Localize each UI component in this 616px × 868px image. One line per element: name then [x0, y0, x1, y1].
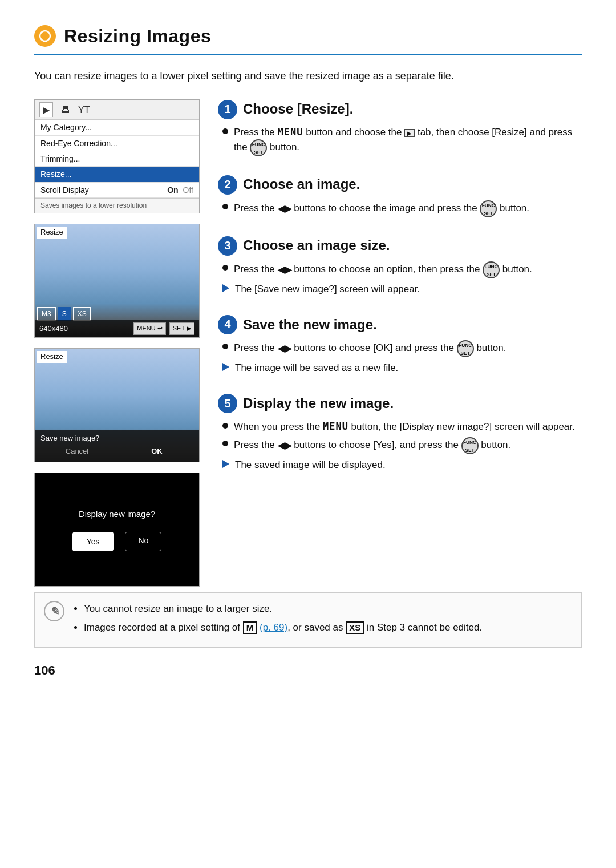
step-2-number: 2 — [218, 175, 237, 195]
menu-item-redeye: Red-Eye Correction... — [35, 136, 199, 151]
note-content: You cannot resize an image to a larger s… — [72, 601, 572, 639]
bullet-dot — [222, 204, 228, 209]
step-5-bullet-2-text: Press the ◀▶ buttons to choose [Yes], an… — [234, 437, 510, 454]
resize-size-value: 640x480 — [39, 324, 68, 334]
step-1-header: 1 Choose [Resize]. — [218, 99, 582, 119]
menu-item-resize: Resize... — [35, 167, 199, 182]
func-set-icon-3: FUNCSET — [483, 261, 500, 278]
header-icon — [34, 25, 56, 47]
bullet-dot — [222, 441, 228, 446]
save-cancel-btn: Cancel — [40, 446, 114, 457]
steps-column: 1 Choose [Resize]. Press the MENU button… — [218, 99, 582, 587]
bullet-dot — [222, 344, 228, 349]
step-2-bullet-1: Press the ◀▶ buttons to choose the image… — [222, 200, 582, 217]
s-button: S — [58, 307, 71, 321]
step-3-bullet-2: The [Save new image?] screen will appear… — [222, 282, 582, 297]
step-4: 4 Save the new image. Press the ◀▶ butto… — [218, 315, 582, 376]
step-3-title: Choose an image size. — [243, 236, 390, 256]
resize-bottom-bar: 640x480 MENU ↩ SET ▶ — [35, 320, 199, 337]
menu-screenshot: ▶ 🖶 YT My Category... Red-Eye Correction… — [34, 99, 200, 213]
page-title: Resizing Images — [64, 23, 211, 49]
menu-item-mycategory: My Category... — [35, 120, 199, 135]
step-1-bullets: Press the MENU button and choose the ▶ t… — [222, 125, 582, 157]
menu-tabs: ▶ 🖶 YT — [35, 100, 199, 120]
step-4-header: 4 Save the new image. — [218, 315, 582, 335]
display-yes-btn: Yes — [72, 532, 114, 551]
step-5-header: 5 Display the new image. — [218, 394, 582, 414]
menu-footer-text: Saves images to a lower resolution — [35, 198, 199, 213]
step-2-bullet-1-text: Press the ◀▶ buttons to choose the image… — [234, 200, 529, 217]
step-2: 2 Choose an image. Press the ◀▶ buttons … — [218, 175, 582, 217]
step-5-bullet-2: Press the ◀▶ buttons to choose [Yes], an… — [222, 437, 582, 454]
m3-button: M3 — [37, 307, 56, 321]
screenshots-column: ▶ 🖶 YT My Category... Red-Eye Correction… — [34, 99, 200, 587]
bullet-arrow-3 — [222, 460, 229, 468]
note-icon: ✎ — [44, 601, 64, 621]
step-3-header: 3 Choose an image size. — [218, 236, 582, 256]
play-icon: ▶ — [404, 129, 415, 137]
save-dialog-title: Save new image? — [40, 433, 193, 444]
step-5-bullets: When you press the MENU button, the [Dis… — [222, 419, 582, 473]
save-ok-btn: OK — [120, 446, 193, 457]
xs-button: XS — [73, 307, 91, 321]
display-buttons: Yes No — [72, 532, 162, 551]
step-4-title: Save the new image. — [243, 315, 377, 335]
resize-size-screenshot: Resize M3 S XS 640x480 MENU ↩ SET ▶ — [34, 224, 200, 338]
step-3-number: 3 — [218, 236, 237, 256]
arrow-lr-icon-3: ◀▶ — [278, 342, 291, 356]
xs-badge: XS — [346, 621, 364, 634]
step-4-number: 4 — [218, 315, 237, 334]
arrow-lr-icon-2: ◀▶ — [278, 263, 291, 277]
step-5-bullet-1-text: When you press the MENU button, the [Dis… — [234, 419, 575, 434]
page-link: (p. 69) — [260, 622, 287, 633]
step-1: 1 Choose [Resize]. Press the MENU button… — [218, 99, 582, 156]
arrow-lr-icon: ◀▶ — [278, 202, 291, 216]
menu-item-trimming: Trimming... — [35, 151, 199, 167]
resize-action-buttons: MENU ↩ SET ▶ — [133, 322, 194, 335]
step-1-bullet-1: Press the MENU button and choose the ▶ t… — [222, 125, 582, 157]
step-4-bullets: Press the ◀▶ buttons to choose [OK] and … — [222, 340, 582, 376]
step-2-header: 2 Choose an image. — [218, 175, 582, 195]
settings-tab: YT — [78, 103, 90, 116]
print-tab: 🖶 — [61, 103, 70, 116]
note-box: ✎ You cannot resize an image to a larger… — [34, 592, 582, 647]
display-dialog-title: Display new image? — [79, 508, 155, 520]
step-5-bullet-1: When you press the MENU button, the [Dis… — [222, 419, 582, 434]
func-set-icon-5: FUNCSET — [461, 437, 479, 454]
step-2-bullets: Press the ◀▶ buttons to choose the image… — [222, 200, 582, 217]
step-5: 5 Display the new image. When you press … — [218, 394, 582, 473]
note-list: You cannot resize an image to a larger s… — [72, 601, 572, 635]
step-5-bullet-3: The saved image will be displayed. — [222, 458, 582, 473]
bullet-arrow — [222, 284, 229, 292]
resize-menu-btn: MENU ↩ — [133, 322, 165, 335]
step-3-bullet-1-text: Press the ◀▶ buttons to choose an option… — [234, 261, 532, 278]
step-4-bullet-2-text: The image will be saved as a new file. — [235, 361, 398, 376]
step-3-bullets: Press the ◀▶ buttons to choose an option… — [222, 261, 582, 297]
step-5-title: Display the new image. — [243, 394, 394, 414]
intro-text: You can resize images to a lower pixel s… — [34, 68, 582, 84]
save-dialog: Save new image? Cancel OK — [35, 430, 199, 462]
step-4-bullet-1-text: Press the ◀▶ buttons to choose [OK] and … — [234, 340, 506, 357]
resize-size-buttons: M3 S XS — [37, 307, 91, 321]
bullet-dot — [222, 128, 228, 134]
arrow-lr-icon-4: ◀▶ — [278, 439, 291, 453]
svg-point-0 — [40, 31, 50, 41]
step-4-bullet-1: Press the ◀▶ buttons to choose [OK] and … — [222, 340, 582, 357]
func-set-icon-4: FUNCSET — [457, 340, 474, 357]
step-5-bullet-3-text: The saved image will be displayed. — [235, 458, 386, 473]
step-3-bullet-2-text: The [Save new image?] screen will appear… — [235, 282, 420, 297]
func-set-icon-2: FUNCSET — [480, 200, 497, 217]
bullet-arrow-2 — [222, 363, 229, 371]
page-number: 106 — [34, 661, 582, 680]
m-badge: M — [243, 621, 257, 634]
save-screenshot: Resize Save new image? Cancel OK — [34, 348, 200, 462]
step-5-number: 5 — [218, 394, 237, 413]
display-no-btn: No — [125, 532, 161, 551]
step-1-title: Choose [Resize]. — [243, 99, 353, 119]
step-1-bullet-1-text: Press the MENU button and choose the ▶ t… — [234, 125, 582, 157]
note-item-2: Images recorded at a pixel setting of M … — [84, 620, 572, 635]
step-4-bullet-2: The image will be saved as a new file. — [222, 361, 582, 376]
display-screenshot: Display new image? Yes No — [34, 473, 200, 587]
step-3: 3 Choose an image size. Press the ◀▶ but… — [218, 236, 582, 296]
step-3-bullet-1: Press the ◀▶ buttons to choose an option… — [222, 261, 582, 278]
